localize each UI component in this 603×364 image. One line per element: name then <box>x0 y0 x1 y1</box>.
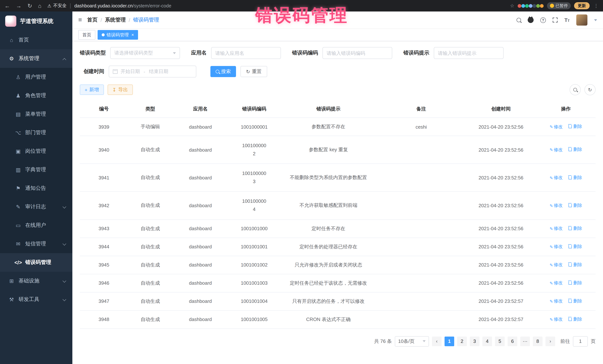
error-code-input[interactable] <box>323 47 392 59</box>
extension-icon[interactable] <box>533 4 536 8</box>
delete-link[interactable]: 删除 <box>568 174 582 181</box>
tab[interactable]: 首页 × <box>78 30 95 40</box>
menu-fold-icon[interactable]: ≡ <box>78 16 82 24</box>
avatar[interactable] <box>576 14 587 26</box>
delete-link[interactable]: 删除 <box>568 147 582 153</box>
date-range-picker[interactable]: 开始日期 - 结束日期 <box>109 66 196 77</box>
sidebar-item[interactable]: ♟ 角色管理 <box>0 86 72 105</box>
next-page-button[interactable]: › <box>545 336 555 346</box>
sidebar-item[interactable]: ▣ 岗位管理 <box>0 142 72 161</box>
sidebar-item[interactable]: ⚙ 系统管理 <box>0 49 72 68</box>
security-status[interactable]: ⚠ 不安全 <box>47 3 67 9</box>
page-size-select[interactable]: 10条/页 <box>395 336 429 346</box>
delete-link[interactable]: 删除 <box>568 262 582 268</box>
edit-link[interactable]: 修改 <box>550 202 563 209</box>
bookmark-star-icon[interactable]: ☆ <box>510 3 514 9</box>
address-bar[interactable]: dashboard.yudao.iocoder.cn/system/error-… <box>74 3 510 8</box>
cell-time: 2021-04-20 23:52:56 <box>466 238 536 256</box>
delete-link[interactable]: 删除 <box>568 243 582 250</box>
page-button[interactable]: ··· <box>520 336 530 346</box>
help-icon[interactable]: ? <box>540 17 546 23</box>
breadcrumb-item[interactable]: 系统管理 <box>105 17 126 23</box>
delete-link[interactable]: 删除 <box>568 316 582 322</box>
search-button[interactable]: 搜索 <box>210 66 236 77</box>
export-button[interactable]: ↧ 导出 <box>107 85 133 95</box>
update-button[interactable]: 更新 <box>574 2 590 9</box>
delete-link[interactable]: 删除 <box>568 202 582 209</box>
cell-app: dashboard <box>173 310 228 328</box>
home-icon[interactable]: ⌂ <box>38 3 41 9</box>
app-logo-row[interactable]: 芋道管理系统 <box>0 11 72 31</box>
sidebar-item[interactable]: ▭ 在线用户 <box>0 216 72 235</box>
extension-icon[interactable] <box>525 4 529 8</box>
page-button[interactable]: 3 <box>470 336 479 346</box>
show-search-button[interactable] <box>570 84 581 95</box>
page-button[interactable]: 4 <box>482 336 492 346</box>
sidebar-item[interactable]: ⚑ 通知公告 <box>0 179 72 198</box>
prev-page-button[interactable]: ‹ <box>432 336 441 346</box>
error-hint-input[interactable] <box>434 47 504 59</box>
sidebar-item[interactable]: ⚒ 研发工具 <box>0 290 72 309</box>
paused-badge[interactable]: 已暂停 <box>547 2 571 9</box>
cell-time: 2021-04-20 23:52:56 <box>466 256 536 274</box>
browser-menu-icon[interactable]: ⋮ <box>594 3 599 9</box>
edit-link[interactable]: 修改 <box>550 244 563 250</box>
font-size-icon[interactable]: TT <box>564 17 570 23</box>
refresh-button[interactable]: ↻ <box>584 84 596 95</box>
delete-link[interactable]: 删除 <box>568 298 582 304</box>
page-button[interactable]: 1 <box>445 336 454 346</box>
cell-actions: 修改 删除 <box>536 136 596 164</box>
sidebar-item[interactable]: ⌥ 部门管理 <box>0 123 72 142</box>
search-icon[interactable] <box>517 18 521 22</box>
edit-link[interactable]: 修改 <box>550 280 563 286</box>
extensions-area <box>518 2 544 9</box>
back-icon[interactable]: ← <box>4 3 10 9</box>
sidebar-item[interactable]: ⊞ 基础设施 <box>0 272 72 290</box>
sidebar-item-label: 短信管理 <box>25 241 46 247</box>
fullscreen-icon[interactable] <box>553 17 558 22</box>
sidebar-item[interactable]: ⌂ 首页 <box>0 31 72 49</box>
date-start-placeholder: 开始日期 <box>121 68 140 75</box>
page-button[interactable]: 2 <box>457 336 467 346</box>
goto-suffix: 页 <box>591 338 596 344</box>
error-type-select[interactable]: 请选择错误码类型 <box>110 47 180 59</box>
extension-icon[interactable] <box>536 4 540 8</box>
reload-icon[interactable]: ↻ <box>27 2 32 9</box>
extension-icon[interactable] <box>521 4 525 8</box>
extension-icon[interactable] <box>540 4 544 8</box>
app-name-input[interactable] <box>211 47 281 59</box>
edit-link[interactable]: 修改 <box>550 147 563 153</box>
forward-icon[interactable]: → <box>16 3 22 9</box>
github-icon[interactable] <box>528 17 533 23</box>
edit-link[interactable]: 修改 <box>550 298 563 305</box>
page-button[interactable]: 5 <box>495 336 505 346</box>
page-button[interactable]: 8 <box>533 336 543 346</box>
cell-hint: 参数配置 key 重复 <box>280 136 377 164</box>
sidebar-item[interactable]: ✉ 短信管理 <box>0 235 72 253</box>
chevron-down-icon[interactable] <box>594 19 597 21</box>
edit-link[interactable]: 修改 <box>550 262 563 268</box>
goto-page-input[interactable] <box>573 336 588 346</box>
edit-link[interactable]: 修改 <box>550 124 563 130</box>
sidebar-item[interactable]: ✎ 审计日志 <box>0 198 72 216</box>
delete-link[interactable]: 删除 <box>568 225 582 232</box>
breadcrumb-item-current: 错误码管理 <box>133 17 159 23</box>
extension-icon[interactable] <box>518 4 521 8</box>
tab[interactable]: 错误码管理 × <box>98 30 138 40</box>
sidebar-item[interactable]: ▥ 字典管理 <box>0 161 72 179</box>
breadcrumb-item[interactable]: 首页 <box>87 17 98 23</box>
delete-link[interactable]: 删除 <box>568 124 582 130</box>
reset-button[interactable]: ↻ 重置 <box>241 66 267 77</box>
sidebar-item[interactable]: ♙ 用户管理 <box>0 68 72 86</box>
page-button[interactable]: 6 <box>508 336 517 346</box>
edit-link[interactable]: 修改 <box>550 226 563 232</box>
edit-link[interactable]: 修改 <box>550 316 563 323</box>
edit-link[interactable]: 修改 <box>550 175 563 181</box>
sidebar-item[interactable]: </> 错误码管理 <box>0 253 72 272</box>
extension-icon[interactable] <box>529 4 533 8</box>
add-button[interactable]: + 新增 <box>80 85 104 95</box>
delete-link[interactable]: 删除 <box>568 280 582 286</box>
tags-view-bar: 首页 × 错误码管理 × <box>72 29 603 41</box>
sidebar-item[interactable]: ▤ 菜单管理 <box>0 105 72 123</box>
close-icon[interactable]: × <box>131 32 134 37</box>
